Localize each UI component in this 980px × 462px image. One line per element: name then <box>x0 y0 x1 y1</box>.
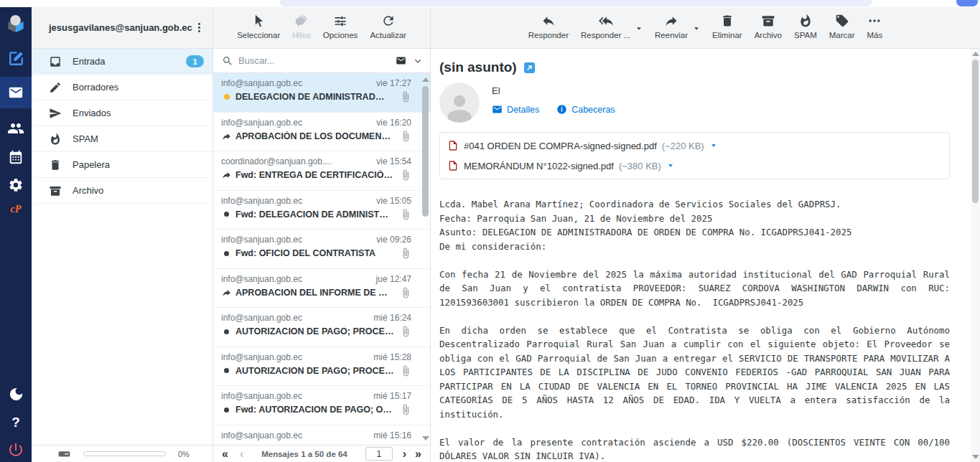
trash-icon <box>720 14 734 28</box>
select-button[interactable]: Seleccionar <box>237 14 280 39</box>
folder-icon <box>49 159 62 171</box>
search-input[interactable] <box>238 55 394 66</box>
archive-icon <box>761 14 775 28</box>
browser-profile-button[interactable] <box>956 0 978 6</box>
list-scrollbar[interactable] <box>421 75 429 443</box>
folder-label: Archivo <box>73 185 204 196</box>
details-link[interactable]: Detalles <box>492 104 539 115</box>
account-options-icon[interactable] <box>193 22 205 34</box>
reply-button[interactable]: Responder <box>528 14 569 39</box>
reply-all-caret-icon[interactable] <box>635 25 643 32</box>
message-list-item[interactable]: info@sanjuan.gob.ec mié 15:28 AUTORIZACI… <box>213 347 430 387</box>
folder-item[interactable]: Archivo <box>32 178 213 204</box>
last-page-button[interactable]: » <box>415 448 421 461</box>
message-list-item[interactable]: info@sanjuan.gob.ec mié 16:24 AUTORIZACI… <box>213 308 430 347</box>
message-list-item[interactable]: coordinador@sanjuan.gob.... vie 15:54 Fw… <box>213 151 430 191</box>
message-list-item[interactable]: info@sanjuan.gob.ec vie 17:27 DELEGACION… <box>213 73 430 113</box>
message-body-paragraph: Lcda. Mabel Arana Martínez; Coordinadora… <box>439 197 950 253</box>
roundcube-logo-icon[interactable] <box>5 13 27 34</box>
compose-button[interactable] <box>7 50 25 67</box>
select-label: Seleccionar <box>237 31 280 39</box>
quota-percent: 0% <box>178 450 190 458</box>
browser-omnibox[interactable] <box>279 0 872 6</box>
mark-button[interactable]: Marcar <box>829 14 855 39</box>
logout-button[interactable] <box>7 441 24 458</box>
view-scrollbar[interactable] <box>971 49 980 462</box>
message-subject: AUTORIZACION DE PAGO; PROCE… <box>235 326 397 336</box>
cursor-select-icon <box>251 14 266 28</box>
more-button[interactable]: Más <box>867 14 883 39</box>
attachment-name[interactable]: #041 ORDEN DE COMPRA-signed-signed.pdf <box>464 141 657 151</box>
view-scrollbar-thumb[interactable] <box>972 60 979 203</box>
folder-item[interactable]: Entrada 1 <box>32 49 213 75</box>
settings-nav-button[interactable] <box>8 177 24 193</box>
list-scrollbar-thumb[interactable] <box>422 86 429 217</box>
message-list-item[interactable]: info@sanjuan.gob.ec jue 12:47 APROBACION… <box>213 269 430 308</box>
help-button[interactable]: ? <box>11 415 20 430</box>
attachment-paperclip-icon <box>400 209 411 220</box>
headers-link[interactable]: Cabeceras <box>556 104 615 115</box>
folder-label: Entrada <box>73 56 186 67</box>
message-list-item[interactable]: info@sanjuan.gob.ec mié 15:16 <box>213 425 430 446</box>
message-list-item[interactable]: info@sanjuan.gob.ec vie 15:05 Fwd: DELEG… <box>213 191 430 230</box>
message-subject-title: (sin asunto) <box>439 60 517 75</box>
message-list-item[interactable]: info@sanjuan.gob.ec vie 16:20 APROBACIÓN… <box>213 113 430 152</box>
folder-icon <box>49 55 62 68</box>
folder-item[interactable]: Borradores <box>32 75 213 100</box>
forward-label: Reenviar <box>655 31 688 39</box>
page-number-input[interactable]: 1 <box>365 447 393 461</box>
spam-button[interactable]: SPAM <box>794 14 817 39</box>
message-date: mié 15:16 <box>373 430 411 440</box>
message-date: vie 09:26 <box>376 235 411 245</box>
envelope-icon <box>8 85 24 100</box>
search-scope-chevron-icon[interactable] <box>413 56 423 66</box>
attachment-paperclip-icon <box>400 169 411 181</box>
quota-footer: 0% <box>32 445 213 462</box>
folder-label: SPAM <box>73 133 204 144</box>
folder-item[interactable]: Enviados <box>32 100 213 126</box>
message-list-viewport: info@sanjuan.gob.ec vie 17:27 DELEGACION… <box>213 73 430 445</box>
dark-mode-button[interactable] <box>8 386 24 402</box>
search-scope-envelope-icon[interactable] <box>394 55 408 66</box>
folder-item[interactable]: Papelera <box>32 152 213 178</box>
attachment-item[interactable]: MEMORÁNDUM N°1022-signed.pdf (~380 KB) <box>447 156 942 176</box>
calendar-nav-button[interactable] <box>8 149 24 165</box>
forward-caret-icon[interactable] <box>693 25 700 32</box>
first-page-button[interactable]: « <box>222 448 228 461</box>
task-rail: cP ? <box>0 7 32 462</box>
message-list-item[interactable]: info@sanjuan.gob.ec vie 09:26 Fwd: OFICI… <box>213 230 430 269</box>
reply-all-button[interactable]: Responder ... <box>581 14 630 39</box>
scroll-down-icon[interactable] <box>972 455 979 459</box>
message-list: info@sanjuan.gob.ec vie 17:27 DELEGACION… <box>213 73 430 445</box>
attachment-menu-caret-icon[interactable] <box>710 142 717 149</box>
refresh-button[interactable]: Actualizar <box>370 14 406 39</box>
folder-item[interactable]: SPAM <box>32 126 213 152</box>
attachment-name[interactable]: MEMORÁNDUM N°1022-signed.pdf <box>464 161 614 171</box>
mail-nav-button[interactable] <box>0 77 32 108</box>
message-date: mié 15:28 <box>373 352 411 362</box>
attachments-box: #041 ORDEN DE COMPRA-signed-signed.pdf (… <box>439 132 950 179</box>
reply-all-icon <box>599 14 613 28</box>
next-page-button[interactable]: › <box>403 448 406 461</box>
message-sender: info@sanjuan.gob.ec <box>221 274 302 284</box>
mark-label: Marcar <box>829 31 855 39</box>
attachment-menu-caret-icon[interactable] <box>667 162 674 169</box>
forward-button[interactable]: Reenviar <box>655 14 688 39</box>
delete-button[interactable]: Eliminar <box>712 14 742 39</box>
cpanel-button[interactable]: cP <box>11 204 22 215</box>
folder-icon <box>49 107 62 120</box>
archive-button[interactable]: Archivo <box>755 14 782 39</box>
open-in-new-window-icon[interactable] <box>523 62 536 74</box>
threads-button[interactable]: Hilos <box>292 14 311 39</box>
folder-icon <box>49 184 62 197</box>
scroll-up-icon[interactable] <box>422 77 429 82</box>
scroll-down-icon[interactable] <box>422 436 429 440</box>
options-button[interactable]: Opciones <box>323 14 358 39</box>
message-list-item[interactable]: info@sanjuan.gob.ec mié 15:17 Fwd: AUTOR… <box>213 386 430 425</box>
scroll-up-icon[interactable] <box>972 52 979 56</box>
person-icon <box>444 91 475 123</box>
reply-label: Responder <box>528 31 569 39</box>
message-date: mié 15:17 <box>373 391 411 401</box>
attachment-item[interactable]: #041 ORDEN DE COMPRA-signed-signed.pdf (… <box>447 136 942 156</box>
contacts-nav-button[interactable] <box>7 120 24 137</box>
